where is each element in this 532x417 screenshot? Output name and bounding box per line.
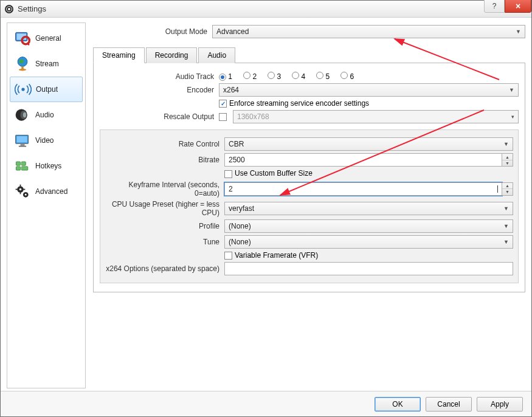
- apply-button[interactable]: Apply: [477, 397, 523, 412]
- chevron-up-icon: ▲: [502, 154, 513, 160]
- keyframe-spinner[interactable]: ▲▼: [502, 182, 513, 196]
- output-mode-dropdown[interactable]: Advanced ▼: [212, 25, 525, 38]
- broadcast-icon: [14, 80, 32, 98]
- x264-options-input[interactable]: [224, 262, 513, 275]
- dialog-footer: OK Cancel Apply: [1, 391, 531, 416]
- ok-button[interactable]: OK: [375, 397, 421, 412]
- display-icon: [13, 131, 32, 150]
- svg-rect-27: [20, 192, 21, 195]
- audio-track-2[interactable]: 2: [243, 72, 257, 81]
- svg-rect-17: [19, 146, 26, 147]
- tab-streaming[interactable]: Streaming: [93, 47, 145, 63]
- sidebar-item-stream[interactable]: Stream: [10, 51, 83, 77]
- bitrate-spinner[interactable]: ▲▼: [502, 153, 513, 167]
- cancel-button[interactable]: Cancel: [426, 397, 472, 412]
- content-panel: Output Mode Advanced ▼ Streaming Recordi…: [93, 22, 525, 388]
- sidebar-item-label: Hotkeys: [35, 162, 61, 170]
- close-icon: ×: [516, 1, 520, 11]
- output-mode-label: Output Mode: [93, 27, 212, 36]
- chevron-down-icon: ▼: [503, 141, 509, 147]
- encoder-label: Encoder: [100, 86, 219, 94]
- keyframe-label: Keyframe Interval (seconds, 0=auto): [105, 181, 224, 198]
- cpu-preset-dropdown[interactable]: veryfast▼: [224, 202, 513, 215]
- svg-point-9: [19, 69, 26, 71]
- sidebar-item-label: Stream: [35, 60, 59, 68]
- close-button[interactable]: ×: [505, 0, 531, 13]
- titlebar: Settings ? ×: [1, 1, 531, 18]
- window-title: Settings: [18, 4, 46, 13]
- vfr-checkbox[interactable]: Variable Framerate (VFR): [224, 251, 318, 260]
- chevron-down-icon: ▼: [502, 160, 513, 167]
- gears-icon: [13, 182, 32, 201]
- settings-window: Settings ? × General Stream Output Audio: [0, 0, 532, 417]
- sidebar-item-hotkeys[interactable]: Hotkeys: [10, 153, 83, 179]
- cpu-preset-label: CPU Usage Preset (higher = less CPU): [105, 200, 224, 217]
- svg-rect-26: [20, 185, 21, 187]
- tab-body-streaming: Audio Track 1 2 3 4 5 6 Encoder x: [93, 63, 525, 292]
- speaker-icon: [13, 106, 32, 124]
- svg-rect-21: [21, 167, 28, 170]
- sidebar-item-label: Audio: [35, 111, 54, 119]
- audio-track-4[interactable]: 4: [292, 72, 305, 81]
- chevron-down-icon: ▼: [502, 189, 513, 195]
- chevron-down-icon: ▼: [503, 205, 509, 212]
- svg-point-2: [8, 8, 10, 10]
- sidebar-item-video[interactable]: Video: [10, 128, 83, 153]
- app-icon: [4, 4, 14, 14]
- output-mode-value: Advanced: [216, 27, 249, 36]
- encoder-settings-group: Rate Control CBR▼ Bitrate 2500 ▲▼ Use Cu…: [100, 129, 519, 283]
- sidebar-item-output[interactable]: Output: [10, 77, 83, 102]
- profile-dropdown[interactable]: (None)▼: [224, 219, 513, 233]
- svg-point-13: [23, 112, 26, 118]
- rescale-label: Rescale Output: [100, 112, 219, 121]
- audio-track-radios: 1 2 3 4 5 6: [219, 72, 519, 81]
- tune-label: Tune: [105, 238, 224, 246]
- keyboard-icon: [13, 157, 32, 175]
- sidebar-item-advanced[interactable]: Advanced: [10, 179, 83, 204]
- sidebar-item-audio[interactable]: Audio: [10, 102, 83, 128]
- keyframe-input[interactable]: 2: [224, 182, 502, 196]
- help-icon: ?: [492, 2, 497, 10]
- bitrate-label: Bitrate: [105, 156, 224, 164]
- svg-point-25: [25, 194, 27, 196]
- enforce-checkbox[interactable]: Enforce streaming service encoder settin…: [219, 99, 369, 108]
- chevron-down-icon: ▼: [509, 87, 514, 93]
- chevron-down-icon: ▼: [516, 29, 521, 35]
- tune-dropdown[interactable]: (None)▼: [224, 235, 513, 249]
- sidebar-item-label: Advanced: [35, 187, 67, 196]
- chevron-up-icon: ▲: [502, 183, 513, 190]
- sidebar-item-label: Video: [35, 136, 54, 145]
- chevron-down-icon: ▾: [511, 114, 514, 120]
- encoder-dropdown[interactable]: x264 ▼: [219, 83, 519, 97]
- audio-track-3[interactable]: 3: [268, 72, 281, 81]
- monitor-icon: [13, 29, 32, 47]
- help-button[interactable]: ?: [484, 0, 505, 13]
- tab-audio[interactable]: Audio: [198, 47, 235, 63]
- audio-track-5[interactable]: 5: [316, 72, 330, 81]
- custom-buffer-checkbox[interactable]: Use Custom Buffer Size: [224, 169, 313, 177]
- svg-point-10: [21, 88, 24, 91]
- audio-track-1[interactable]: 1: [219, 72, 232, 81]
- svg-rect-28: [16, 189, 18, 190]
- tab-recording[interactable]: Recording: [146, 47, 198, 63]
- globe-icon: [13, 55, 32, 73]
- audio-track-6[interactable]: 6: [340, 72, 354, 81]
- profile-label: Profile: [105, 222, 224, 230]
- rescale-dropdown: 1360x768 ▾: [233, 110, 519, 123]
- chevron-down-icon: ▼: [503, 239, 509, 245]
- sidebar-item-label: Output: [36, 85, 58, 94]
- audio-track-label: Audio Track: [100, 72, 219, 81]
- svg-rect-29: [23, 189, 26, 190]
- svg-point-23: [19, 188, 22, 191]
- rescale-checkbox[interactable]: [219, 112, 229, 121]
- sidebar-item-label: General: [35, 34, 61, 43]
- svg-rect-18: [16, 162, 21, 165]
- rate-control-dropdown[interactable]: CBR▼: [224, 137, 513, 151]
- svg-rect-15: [16, 136, 27, 143]
- output-tabs: Streaming Recording Audio: [93, 47, 525, 63]
- svg-rect-20: [16, 167, 21, 170]
- sidebar-item-general[interactable]: General: [10, 26, 83, 51]
- bitrate-input[interactable]: 2500: [224, 153, 502, 167]
- svg-rect-19: [21, 162, 26, 165]
- sidebar: General Stream Output Audio Video Hotkey…: [7, 22, 86, 388]
